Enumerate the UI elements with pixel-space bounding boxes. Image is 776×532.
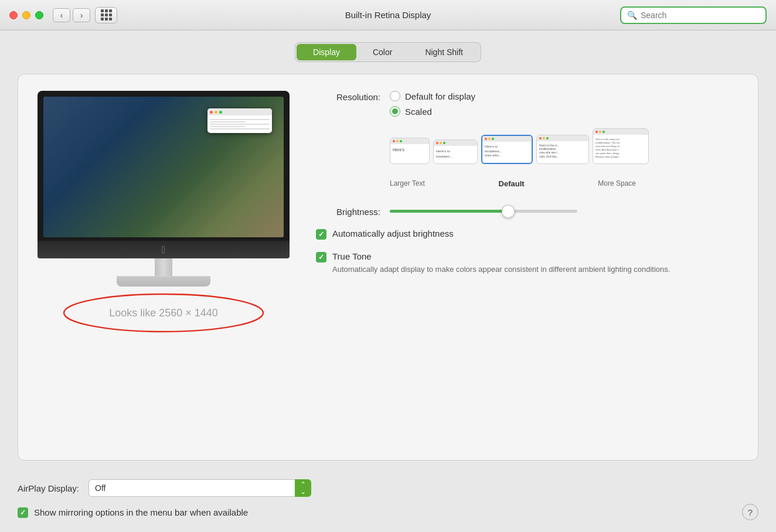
brightness-label: Brightness: — [316, 206, 380, 217]
airplay-select-value[interactable]: Off — [89, 479, 311, 497]
mirroring-checkbox[interactable]: ✓ — [18, 507, 28, 518]
grid-icon — [101, 9, 112, 21]
true-tone-row: ✓ True Tone — [316, 251, 741, 262]
mirroring-label: Show mirroring options in the menu bar w… — [34, 507, 248, 517]
checkmark-icon-2: ✓ — [318, 253, 324, 261]
radio-scaled-outer[interactable] — [390, 106, 400, 117]
monitor-screen — [43, 97, 284, 237]
forward-button[interactable]: › — [73, 8, 90, 22]
search-bar[interactable]: 🔍 — [620, 6, 767, 24]
monitor-frame — [38, 91, 290, 241]
airplay-bar: AirPlay Display: Off ⌃⌄ — [18, 479, 758, 497]
bottom-footer: ✓ Show mirroring options in the menu bar… — [18, 504, 758, 520]
tabs: Display Color Night Shift — [295, 42, 481, 62]
search-icon: 🔍 — [627, 11, 637, 20]
grid-button[interactable] — [95, 7, 117, 23]
true-tone-description: Automatically adapt display to make colo… — [332, 265, 741, 274]
settings-section: Resolution: Default for display Scaled — [316, 91, 741, 444]
tab-color[interactable]: Color — [356, 44, 409, 60]
monitor-stand-base — [117, 276, 210, 287]
resolution-text: Looks like 2560 × 1440 — [86, 296, 241, 330]
airplay-select-arrow[interactable]: ⌃⌄ — [295, 479, 311, 497]
radio-scaled[interactable]: Scaled — [390, 106, 475, 117]
minimize-button[interactable] — [22, 11, 30, 19]
airplay-section: AirPlay Display: Off ⌃⌄ ✓ Show mirroring… — [18, 470, 758, 520]
res-thumb-3[interactable]: Here's totroublema...ones who... — [481, 135, 533, 164]
brightness-thumb[interactable] — [502, 205, 515, 218]
maximize-button[interactable] — [35, 11, 43, 19]
preview-content — [207, 115, 272, 133]
res-thumb-5[interactable]: Here's to the crazy onetroublemakers. Th… — [593, 128, 649, 164]
radio-default-label: Default for display — [405, 91, 475, 101]
back-button[interactable]: ‹ — [53, 8, 70, 22]
airplay-label: AirPlay Display: — [18, 483, 79, 493]
tabs-container: Display Color Night Shift — [18, 42, 758, 62]
scale-label-more: More Space — [598, 179, 636, 188]
res-thumb-2[interactable]: Here's totroublem... — [433, 139, 478, 164]
resolution-radio-group: Default for display Scaled — [390, 91, 475, 117]
close-button[interactable] — [9, 11, 18, 19]
show-mirroring-row: ✓ Show mirroring options in the menu bar… — [18, 507, 248, 518]
resolution-label: Resolution: — [316, 91, 380, 102]
radio-scaled-inner — [392, 108, 398, 114]
true-tone-label: True Tone — [332, 251, 372, 261]
checkmark-icon-3: ✓ — [20, 509, 26, 517]
scale-labels: Larger Text Default More Space — [390, 179, 636, 188]
monitor-section:  Looks like 2560 × 1440 — [35, 91, 292, 444]
preview-close-dot — [210, 111, 213, 114]
res-thumb-1[interactable]: Here's — [390, 138, 430, 164]
resolution-thumbnails: Here's Here's totroublem... — [390, 128, 741, 164]
preview-titlebar — [207, 108, 272, 115]
display-panel:  Looks like 2560 × 1440 Resolution: — [18, 74, 758, 461]
radio-scaled-label: Scaled — [405, 107, 432, 117]
airplay-select-wrapper: Off ⌃⌄ — [89, 479, 311, 497]
auto-brightness-checkbox[interactable]: ✓ — [316, 229, 326, 240]
preview-min-dot — [215, 111, 217, 114]
brightness-row: Brightness: — [316, 206, 741, 217]
tab-display[interactable]: Display — [297, 44, 356, 60]
help-button[interactable]: ? — [742, 504, 758, 520]
resolution-annotation: Looks like 2560 × 1440 — [52, 289, 275, 336]
checkmark-icon: ✓ — [318, 230, 324, 238]
true-tone-section: ✓ True Tone Automatically adapt display … — [316, 251, 741, 274]
apple-logo-icon:  — [38, 241, 290, 258]
auto-brightness-label: Automatically adjust brightness — [332, 229, 454, 238]
window-title: Built-in Retina Display — [345, 10, 431, 20]
titlebar: ‹ › Built-in Retina Display 🔍 — [0, 0, 776, 30]
true-tone-checkbox[interactable]: ✓ — [316, 252, 326, 262]
res-thumb-4[interactable]: Here's to the cr...troublemakers.ones wh… — [536, 135, 589, 164]
traffic-lights — [9, 11, 43, 19]
monitor-stand-neck — [155, 258, 172, 276]
monitor-chin:  — [38, 241, 290, 258]
scale-label-larger: Larger Text — [390, 179, 425, 188]
auto-brightness-row: ✓ Automatically adjust brightness — [316, 229, 741, 240]
preview-max-dot — [219, 111, 222, 114]
resolution-row: Resolution: Default for display Scaled — [316, 91, 741, 117]
nav-buttons: ‹ › — [53, 8, 90, 22]
radio-default[interactable]: Default for display — [390, 91, 475, 101]
monitor-wrapper:  — [38, 91, 290, 287]
search-input[interactable] — [641, 11, 760, 20]
radio-default-outer[interactable] — [390, 91, 400, 101]
scale-label-default: Default — [499, 179, 525, 188]
main-content: Display Color Night Shift — [0, 30, 776, 532]
preview-window — [207, 108, 272, 133]
brightness-fill — [390, 210, 508, 213]
brightness-slider[interactable] — [390, 210, 577, 213]
tab-night-shift[interactable]: Night Shift — [409, 44, 479, 60]
chevron-icon: ⌃⌄ — [300, 481, 306, 495]
